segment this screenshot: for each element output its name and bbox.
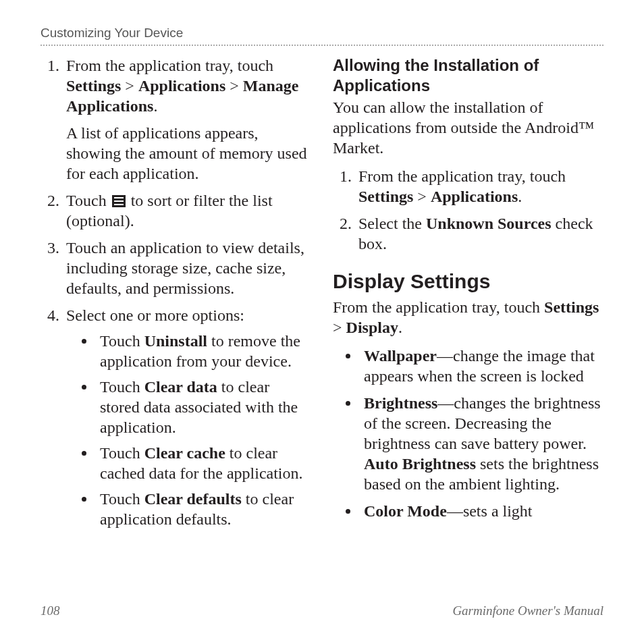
svg-rect-2 <box>114 200 124 202</box>
feature-color-mode: Color Mode—sets a light <box>360 501 603 521</box>
display-intro: From the application tray, touch Setting… <box>333 297 603 338</box>
right-ordered-list: From the application tray, touch Setting… <box>333 166 603 254</box>
dsintro-sep: > <box>333 319 346 336</box>
dsintro-bold-settings: Settings <box>544 298 599 316</box>
feature-wallpaper: Wallpaper—change the image that appears … <box>360 346 603 386</box>
page-number: 108 <box>41 603 60 618</box>
step4-options: Touch Uninstall to remove the applicatio… <box>66 331 311 529</box>
left-column: From the application tray, touch Setting… <box>41 55 311 536</box>
opt-clear-defaults: Touch Clear defaults to clear applicatio… <box>96 489 311 529</box>
left-step-4: Select one or more options: Touch Uninst… <box>63 305 311 529</box>
dsintro-prefix: From the application tray, touch <box>333 298 544 316</box>
step1-prefix: From the application tray, touch <box>66 57 273 74</box>
manual-page: Customizing Your Device From the applica… <box>0 0 644 644</box>
footer-doc-title: Garminfone Owner's Manual <box>452 603 603 618</box>
feat2-bold1: Brightness <box>364 394 437 412</box>
left-step-1: From the application tray, touch Setting… <box>63 55 311 184</box>
feat3-bold: Color Mode <box>364 502 447 520</box>
right-column: Allowing the Installation of Application… <box>333 55 603 536</box>
rstep1-sep: > <box>413 188 431 205</box>
display-feature-list: Wallpaper—change the image that appears … <box>333 346 603 521</box>
running-head: Customizing Your Device <box>41 26 603 46</box>
opt-clear-cache: Touch Clear cache to clear cached data f… <box>96 443 311 483</box>
rstep1-suffix: . <box>518 188 522 205</box>
step1-bold-settings: Settings <box>66 77 121 95</box>
feat2-bold2: Auto Brightness <box>364 455 476 473</box>
opt3-bold: Clear cache <box>144 444 225 462</box>
opt4-prefix: Touch <box>100 490 144 508</box>
step1-bold-applications: Applications <box>138 77 225 95</box>
opt4-bold: Clear defaults <box>144 490 242 508</box>
step1-sep2: > <box>225 77 243 95</box>
opt3-prefix: Touch <box>100 444 144 462</box>
menu-icon <box>112 195 126 207</box>
svg-rect-1 <box>114 197 124 198</box>
rstep2-prefix: Select the <box>358 215 426 232</box>
dsintro-suffix: . <box>398 319 402 336</box>
feat1-bold: Wallpaper <box>364 347 437 365</box>
rstep2-bold: Unknown Sources <box>426 215 552 232</box>
left-step-2: Touch to sort or filter the list (option… <box>63 190 311 231</box>
rstep1-bold-applications: Applications <box>431 188 518 205</box>
opt1-prefix: Touch <box>100 332 144 350</box>
step1-sep1: > <box>121 77 138 95</box>
dsintro-bold-display: Display <box>346 319 398 336</box>
left-ordered-list: From the application tray, touch Setting… <box>41 55 311 529</box>
page-footer: 108 Garminfone Owner's Manual <box>41 603 603 618</box>
opt2-bold: Clear data <box>144 378 217 396</box>
opt-clear-data: Touch Clear data to clear stored data as… <box>96 377 311 437</box>
section-title-allowing: Allowing the Installation of Application… <box>333 55 603 96</box>
section-intro-allowing: You can allow the installation of applic… <box>333 97 603 158</box>
opt1-bold: Uninstall <box>144 332 207 350</box>
opt2-prefix: Touch <box>100 378 144 396</box>
feat3-suffix: —sets a light <box>447 502 533 520</box>
left-step-3: Touch an application to view details, in… <box>63 238 311 298</box>
opt-uninstall: Touch Uninstall to remove the applicatio… <box>96 331 311 371</box>
two-columns: From the application tray, touch Setting… <box>41 55 603 536</box>
step4-lead: Select one or more options: <box>66 306 244 324</box>
feature-brightness: Brightness—changes the brightness of the… <box>360 393 603 494</box>
step1-suffix: . <box>153 97 157 115</box>
right-step-1: From the application tray, touch Setting… <box>356 166 603 207</box>
svg-rect-3 <box>114 204 124 205</box>
step2-prefix: Touch <box>66 192 111 209</box>
step1-follow: A list of applications appears, showing … <box>66 123 311 184</box>
rstep1-bold-settings: Settings <box>358 188 413 205</box>
section-title-display: Display Settings <box>333 269 603 294</box>
rstep1-prefix: From the application tray, touch <box>358 167 566 185</box>
right-step-2: Select the Unknown Sources check box. <box>356 213 603 254</box>
